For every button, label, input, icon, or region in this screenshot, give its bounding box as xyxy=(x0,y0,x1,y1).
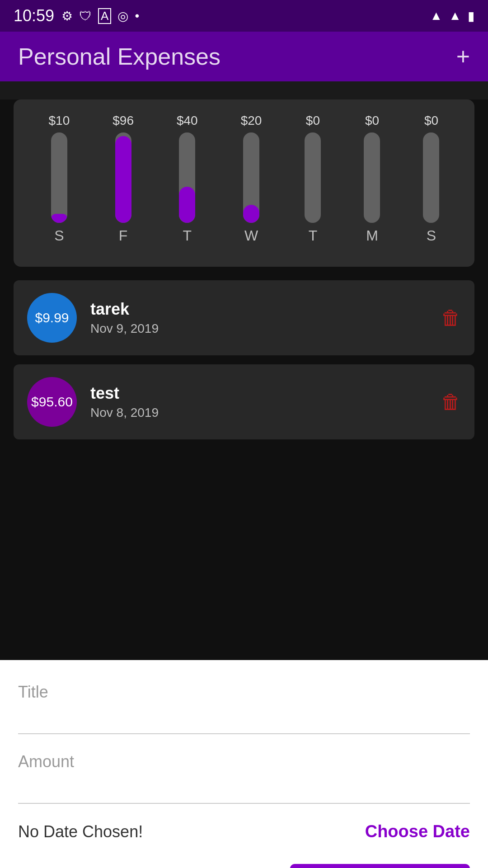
transaction-name: tarek xyxy=(90,300,427,319)
bar-track xyxy=(179,132,195,223)
title-input[interactable] xyxy=(18,706,470,729)
amount-input[interactable] xyxy=(18,776,470,798)
transaction-info: tarekNov 9, 2019 xyxy=(90,300,427,336)
add-button[interactable]: + xyxy=(456,43,470,70)
bar-amount: $0 xyxy=(306,113,320,128)
status-bar: 10:59 ⚙ 🛡 A ◎ • ▲ ▲ ▮ xyxy=(0,0,488,32)
transaction-date: Nov 9, 2019 xyxy=(90,321,427,336)
delete-transaction-button[interactable]: 🗑 xyxy=(441,391,461,413)
dot-icon: • xyxy=(135,9,139,23)
main-content: $10S$96F$40T$20W$0T$0M$0S $9.99tarekNov … xyxy=(0,99,488,868)
bar-track xyxy=(243,132,259,223)
transactions-list: $9.99tarekNov 9, 2019🗑$95.60testNov 8, 2… xyxy=(0,280,488,439)
transaction-amount-badge: $9.99 xyxy=(35,310,69,326)
bar-label: F xyxy=(119,227,128,244)
app-header: Personal Expenses + xyxy=(0,32,488,81)
page-title: Personal Expenses xyxy=(18,43,221,70)
delete-transaction-button[interactable]: 🗑 xyxy=(441,307,461,329)
bar-column: $0S xyxy=(423,113,439,244)
bar-amount: $96 xyxy=(113,113,134,128)
transaction-amount-badge: $95.60 xyxy=(31,394,73,410)
bar-column: $96F xyxy=(113,113,134,244)
transaction-avatar: $95.60 xyxy=(27,377,77,427)
bar-column: $10S xyxy=(49,113,70,244)
bar-amount: $0 xyxy=(424,113,438,128)
wifi-icon: ▲ xyxy=(430,9,443,23)
bar-label: M xyxy=(366,227,378,244)
settings-icon: ⚙ xyxy=(61,9,73,24)
no-date-text: No Date Chosen! xyxy=(18,822,143,841)
bar-fill xyxy=(243,205,259,223)
shield-icon: 🛡 xyxy=(79,9,92,24)
bar-label: T xyxy=(309,227,318,244)
status-icons-left: ⚙ 🛡 A ◎ • xyxy=(61,8,139,24)
bar-amount: $0 xyxy=(365,113,379,128)
bar-amount: $40 xyxy=(177,113,198,128)
amount-field: Amount xyxy=(18,752,470,804)
at-icon: ◎ xyxy=(117,9,128,24)
amount-label: Amount xyxy=(18,752,470,771)
bar-label: W xyxy=(244,227,258,244)
bar-column: $20W xyxy=(241,113,262,244)
bottom-sheet: Title Amount No Date Chosen! Choose Date… xyxy=(0,660,488,868)
transaction-info: testNov 8, 2019 xyxy=(90,384,427,420)
signal-icon: ▲ xyxy=(449,9,461,23)
add-transaction-button[interactable]: Add Transaction xyxy=(290,864,470,868)
bar-track xyxy=(423,132,439,223)
amount-underline xyxy=(18,803,470,804)
bar-column: $0T xyxy=(305,113,321,244)
bar-label: T xyxy=(183,227,192,244)
status-time: 10:59 xyxy=(14,6,54,25)
transaction-date: Nov 8, 2019 xyxy=(90,406,427,420)
title-underline xyxy=(18,733,470,734)
bar-fill xyxy=(115,136,131,223)
bar-track xyxy=(364,132,380,223)
bar-label: S xyxy=(427,227,436,244)
transaction-item: $9.99tarekNov 9, 2019🗑 xyxy=(14,280,474,355)
bar-track xyxy=(305,132,321,223)
title-field: Title xyxy=(18,683,470,734)
bar-fill xyxy=(179,187,195,223)
bar-label: S xyxy=(54,227,64,244)
status-icons-right: ▲ ▲ ▮ xyxy=(430,9,474,24)
transaction-avatar: $9.99 xyxy=(27,293,77,343)
transaction-item: $95.60testNov 8, 2019🗑 xyxy=(14,364,474,439)
chart-card: $10S$96F$40T$20W$0T$0M$0S xyxy=(14,99,474,267)
bar-column: $40T xyxy=(177,113,198,244)
bar-fill xyxy=(51,214,67,223)
bar-column: $0M xyxy=(364,113,380,244)
chart-bars: $10S$96F$40T$20W$0T$0M$0S xyxy=(27,118,461,253)
date-row: No Date Chosen! Choose Date xyxy=(18,822,470,841)
bar-track xyxy=(51,132,67,223)
transaction-name: test xyxy=(90,384,427,403)
bar-track xyxy=(115,132,131,223)
a-icon: A xyxy=(98,8,111,24)
bar-amount: $10 xyxy=(49,113,70,128)
battery-icon: ▮ xyxy=(468,9,474,24)
choose-date-button[interactable]: Choose Date xyxy=(365,822,470,841)
title-label: Title xyxy=(18,683,470,702)
bar-amount: $20 xyxy=(241,113,262,128)
